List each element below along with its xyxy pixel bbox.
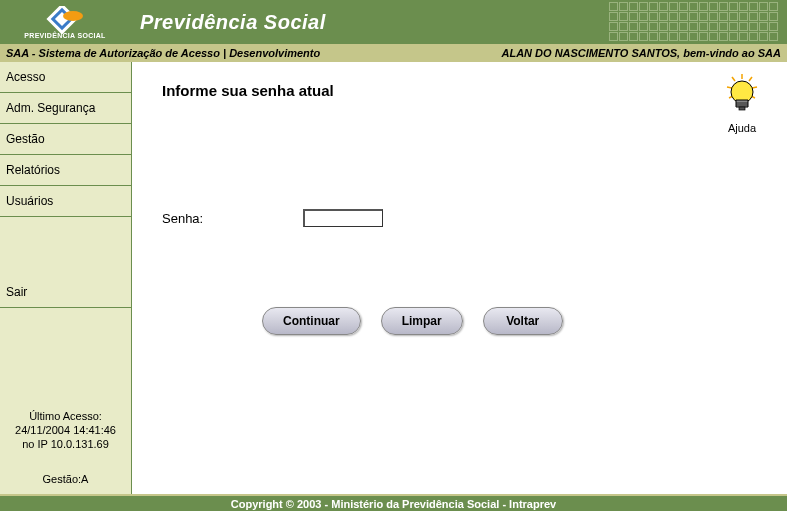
limpar-button[interactable]: Limpar bbox=[381, 307, 463, 335]
page-title: Informe sua senha atual bbox=[162, 82, 757, 99]
main-content: Informe sua senha atual bbox=[132, 62, 787, 494]
header-decoration bbox=[607, 0, 787, 44]
sidebar-item-gestao[interactable]: Gestão bbox=[0, 124, 131, 155]
sidebar-item-acesso[interactable]: Acesso bbox=[0, 62, 131, 93]
app-header: PREVIDÊNCIA SOCIAL Previdência Social bbox=[0, 0, 787, 44]
sidebar-info: Último Acesso: 24/11/2004 14:41:46 no IP… bbox=[0, 401, 131, 494]
logo: PREVIDÊNCIA SOCIAL bbox=[0, 0, 130, 44]
logo-icon bbox=[45, 6, 85, 34]
welcome-user: ALAN DO NASCIMENTO SANTOS, bem-vindo ao … bbox=[501, 47, 781, 59]
last-access-label: Último Acesso: bbox=[4, 409, 127, 423]
svg-line-5 bbox=[732, 77, 735, 81]
svg-rect-14 bbox=[739, 107, 745, 110]
sidebar-item-sair[interactable]: Sair bbox=[0, 277, 131, 308]
senha-input[interactable] bbox=[303, 209, 383, 227]
sidebar: Acesso Adm. Segurança Gestão Relatórios … bbox=[0, 62, 132, 494]
help-button[interactable]: Ajuda bbox=[717, 72, 767, 134]
last-access-value: 24/11/2004 14:41:46 bbox=[4, 423, 127, 437]
sidebar-item-seguranca[interactable]: Adm. Segurança bbox=[0, 93, 131, 124]
svg-line-6 bbox=[749, 77, 752, 81]
svg-point-3 bbox=[63, 11, 83, 21]
sidebar-item-usuarios[interactable]: Usuários bbox=[0, 186, 131, 217]
sidebar-item-relatorios[interactable]: Relatórios bbox=[0, 155, 131, 186]
system-title: SAA - Sistema de Autorização de Acesso |… bbox=[6, 47, 320, 59]
header-title: Previdência Social bbox=[140, 11, 326, 34]
footer: Copyright © 2003 - Ministério da Previdê… bbox=[0, 494, 787, 511]
voltar-button[interactable]: Voltar bbox=[483, 307, 563, 335]
last-access-ip: no IP 10.0.131.69 bbox=[4, 437, 127, 451]
subheader: SAA - Sistema de Autorização de Acesso |… bbox=[0, 44, 787, 62]
help-label: Ajuda bbox=[717, 122, 767, 134]
continuar-button[interactable]: Continuar bbox=[262, 307, 361, 335]
svg-line-7 bbox=[727, 87, 732, 88]
senha-label: Senha: bbox=[162, 211, 203, 226]
svg-line-8 bbox=[752, 87, 757, 88]
copyright-text: Copyright © 2003 - Ministério da Previdê… bbox=[231, 498, 556, 510]
lightbulb-icon bbox=[717, 72, 767, 120]
gestao-info: Gestão:A bbox=[4, 472, 127, 486]
